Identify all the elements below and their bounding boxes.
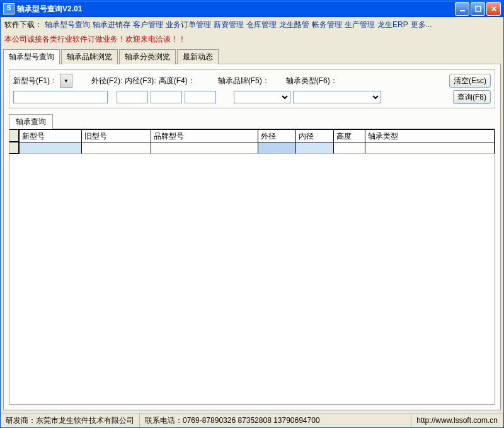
col-outer-dia[interactable]: 外径 <box>258 129 296 142</box>
results-grid: 新型号 旧型号 品牌型号 外径 内径 高度 轴承类型 <box>9 129 495 405</box>
new-model-input[interactable] <box>13 91 108 103</box>
status-phone: 联系电话：0769-87890326 87352808 13790694700 <box>140 414 411 427</box>
table-row[interactable] <box>9 142 495 154</box>
menu-item[interactable]: 薪资管理 <box>214 20 244 30</box>
col-height[interactable]: 高度 <box>334 129 365 142</box>
height-input[interactable] <box>185 91 216 103</box>
status-url: http://www.lssoft.com.cn <box>411 414 503 427</box>
label-new-model: 新型号(F1)： <box>13 76 57 86</box>
tab-model-search[interactable]: 轴承型号查询 <box>3 49 60 64</box>
title-bar: S 轴承型号查询V2.01 <box>1 1 503 17</box>
model-type-dropdown[interactable]: ▼ <box>60 74 72 88</box>
col-brand-model[interactable]: 品牌型号 <box>151 129 258 142</box>
minimize-button[interactable] <box>455 2 469 16</box>
menu-item[interactable]: 龙生ERP <box>377 20 408 30</box>
menu-item[interactable]: 仓库管理 <box>246 20 277 30</box>
filter-panel: 新型号(F1)： ▼ 外径(F2): 内径(F3): 高度(F4)： 轴承品牌(… <box>9 69 495 108</box>
close-button[interactable] <box>486 2 501 16</box>
brand-select[interactable] <box>234 91 290 103</box>
grid-empty-area <box>9 154 495 404</box>
label-outer-dia: 外径(F2): <box>91 76 122 86</box>
tab-news[interactable]: 最新动态 <box>177 49 219 64</box>
maximize-button[interactable] <box>471 2 485 16</box>
col-old-model[interactable]: 旧型号 <box>82 129 151 142</box>
announcement-banner: 本公司诚接各类行业软件订做业务！欢迎来电洽谈！！ <box>1 33 503 47</box>
col-inner-dia[interactable]: 内径 <box>296 129 334 142</box>
tab-brand-browse[interactable]: 轴承品牌浏览 <box>61 49 118 64</box>
search-button[interactable]: 查询(F8) <box>453 90 491 104</box>
menu-lead: 软件下载： <box>4 20 42 30</box>
menu-item[interactable]: 更多... <box>411 20 432 30</box>
menu-bar: 软件下载： 轴承型号查询 轴承进销存 客户管理 业务订单管理 薪资管理 仓库管理… <box>1 17 503 33</box>
main-tab-strip: 轴承型号查询 轴承品牌浏览 轴承分类浏览 最新动态 <box>1 47 503 64</box>
main-tab-body: 新型号(F1)： ▼ 外径(F2): 内径(F3): 高度(F4)： 轴承品牌(… <box>3 64 501 410</box>
window-title: 轴承型号查询V2.01 <box>17 4 455 14</box>
status-vendor: 研发商：东莞市龙生软件技术有限公司 <box>1 414 140 427</box>
menu-item[interactable]: 轴承进销存 <box>93 20 130 30</box>
menu-item[interactable]: 龙生酷管 <box>279 20 309 30</box>
col-bearing-type[interactable]: 轴承类型 <box>365 129 495 142</box>
menu-item[interactable]: 轴承型号查询 <box>45 20 90 30</box>
svg-rect-0 <box>460 10 465 11</box>
menu-item[interactable]: 生产管理 <box>345 20 375 30</box>
svg-rect-1 <box>476 6 481 11</box>
status-bar: 研发商：东莞市龙生软件技术有限公司 联系电话：0769-87890326 873… <box>1 413 503 427</box>
menu-item[interactable]: 客户管理 <box>133 20 163 30</box>
inner-dia-input[interactable] <box>151 91 182 103</box>
label-brand: 轴承品牌(F5)： <box>218 76 270 86</box>
grid-header-row: 新型号 旧型号 品牌型号 外径 内径 高度 轴承类型 <box>9 129 495 142</box>
label-inner-dia: 内径(F3): <box>125 76 156 86</box>
label-height: 高度(F4)： <box>159 76 195 86</box>
outer-dia-input[interactable] <box>117 91 148 103</box>
type-select[interactable] <box>293 91 381 103</box>
menu-item[interactable]: 帐务管理 <box>312 20 342 30</box>
clear-button[interactable]: 清空(Esc) <box>449 74 491 88</box>
tab-bearing-query[interactable]: 轴承查询 <box>9 114 53 129</box>
col-new-model[interactable]: 新型号 <box>19 129 82 142</box>
row-selector[interactable] <box>9 142 19 154</box>
label-type: 轴承类型(F6)： <box>286 76 338 86</box>
app-window: S 轴承型号查询V2.01 软件下载： 轴承型号查询 轴承进销存 客户管理 业务… <box>0 0 504 428</box>
menu-item[interactable]: 业务订单管理 <box>166 20 211 30</box>
app-icon: S <box>3 3 14 14</box>
row-selector-header <box>9 129 19 142</box>
tab-category-browse[interactable]: 轴承分类浏览 <box>119 49 176 64</box>
